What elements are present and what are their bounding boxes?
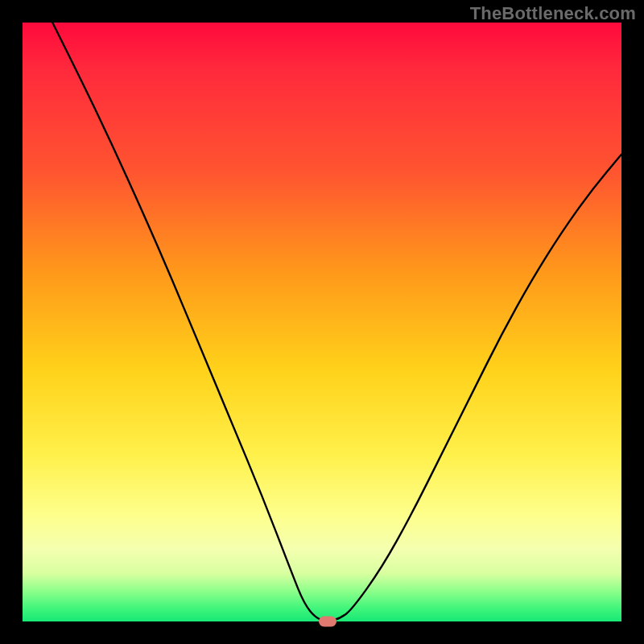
plot-area [23, 23, 621, 621]
bottleneck-curve [23, 23, 621, 621]
minimum-marker [319, 617, 336, 627]
chart-frame: TheBottleneck.com [0, 0, 644, 644]
watermark-text: TheBottleneck.com [470, 3, 636, 24]
